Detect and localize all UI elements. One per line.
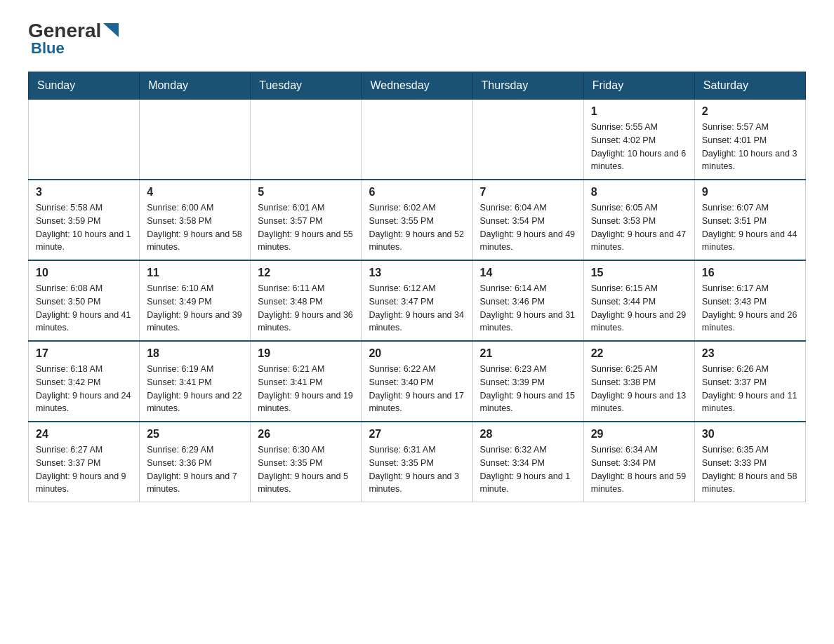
day-number: 2 (702, 105, 798, 118)
day-info: Sunrise: 6:22 AMSunset: 3:40 PMDaylight:… (369, 363, 465, 415)
day-info: Sunrise: 6:34 AMSunset: 3:34 PMDaylight:… (591, 443, 687, 496)
day-number: 14 (480, 267, 576, 279)
day-number: 25 (147, 428, 243, 441)
calendar-cell: 11Sunrise: 6:10 AMSunset: 3:49 PMDayligh… (140, 260, 251, 341)
calendar-cell: 28Sunrise: 6:32 AMSunset: 3:34 PMDayligh… (472, 422, 583, 502)
day-info: Sunrise: 6:10 AMSunset: 3:49 PMDaylight:… (147, 282, 243, 335)
day-info: Sunrise: 6:30 AMSunset: 3:35 PMDaylight:… (258, 443, 354, 496)
calendar-cell (362, 100, 472, 180)
calendar-cell: 2Sunrise: 5:57 AMSunset: 4:01 PMDaylight… (694, 100, 805, 180)
calendar-cell: 15Sunrise: 6:15 AMSunset: 3:44 PMDayligh… (583, 260, 694, 341)
day-number: 13 (369, 267, 465, 279)
calendar-cell: 19Sunrise: 6:21 AMSunset: 3:41 PMDayligh… (251, 341, 362, 422)
day-info: Sunrise: 6:08 AMSunset: 3:50 PMDaylight:… (36, 282, 132, 335)
day-info: Sunrise: 6:25 AMSunset: 3:38 PMDaylight:… (591, 363, 687, 415)
day-info: Sunrise: 6:32 AMSunset: 3:34 PMDaylight:… (480, 443, 576, 496)
calendar-cell: 30Sunrise: 6:35 AMSunset: 3:33 PMDayligh… (694, 422, 805, 502)
day-number: 4 (147, 186, 243, 199)
calendar-week-row: 3Sunrise: 5:58 AMSunset: 3:59 PMDaylight… (29, 180, 806, 260)
calendar-cell: 29Sunrise: 6:34 AMSunset: 3:34 PMDayligh… (583, 422, 694, 502)
day-info: Sunrise: 6:01 AMSunset: 3:57 PMDaylight:… (258, 201, 354, 254)
calendar-week-row: 17Sunrise: 6:18 AMSunset: 3:42 PMDayligh… (29, 341, 806, 422)
svg-marker-0 (103, 23, 119, 37)
calendar-cell (29, 100, 140, 180)
day-number: 22 (591, 347, 687, 360)
logo-blue-text: Blue (31, 39, 65, 58)
day-number: 5 (258, 186, 354, 199)
calendar-header-row: SundayMondayTuesdayWednesdayThursdayFrid… (29, 72, 806, 100)
logo: General Blue (28, 21, 119, 58)
logo-general-text: General (28, 21, 101, 41)
calendar-cell: 7Sunrise: 6:04 AMSunset: 3:54 PMDaylight… (472, 180, 583, 260)
day-number: 9 (702, 186, 798, 199)
day-info: Sunrise: 6:19 AMSunset: 3:41 PMDaylight:… (147, 363, 243, 415)
calendar-week-row: 1Sunrise: 5:55 AMSunset: 4:02 PMDaylight… (29, 100, 806, 180)
calendar-cell: 8Sunrise: 6:05 AMSunset: 3:53 PMDaylight… (583, 180, 694, 260)
calendar-cell: 13Sunrise: 6:12 AMSunset: 3:47 PMDayligh… (362, 260, 472, 341)
weekday-header-wednesday: Wednesday (362, 72, 472, 100)
calendar-cell: 20Sunrise: 6:22 AMSunset: 3:40 PMDayligh… (362, 341, 472, 422)
calendar-cell: 4Sunrise: 6:00 AMSunset: 3:58 PMDaylight… (140, 180, 251, 260)
weekday-header-tuesday: Tuesday (251, 72, 362, 100)
calendar-cell (140, 100, 251, 180)
day-number: 6 (369, 186, 465, 199)
day-info: Sunrise: 5:57 AMSunset: 4:01 PMDaylight:… (702, 121, 798, 173)
calendar-table: SundayMondayTuesdayWednesdayThursdayFrid… (28, 72, 806, 502)
calendar-cell: 25Sunrise: 6:29 AMSunset: 3:36 PMDayligh… (140, 422, 251, 502)
calendar-cell: 24Sunrise: 6:27 AMSunset: 3:37 PMDayligh… (29, 422, 140, 502)
day-number: 10 (36, 267, 132, 279)
day-number: 3 (36, 186, 132, 199)
calendar-cell: 6Sunrise: 6:02 AMSunset: 3:55 PMDaylight… (362, 180, 472, 260)
day-number: 11 (147, 267, 243, 279)
day-info: Sunrise: 6:05 AMSunset: 3:53 PMDaylight:… (591, 201, 687, 254)
day-number: 19 (258, 347, 354, 360)
weekday-header-monday: Monday (140, 72, 251, 100)
calendar-week-row: 10Sunrise: 6:08 AMSunset: 3:50 PMDayligh… (29, 260, 806, 341)
day-number: 28 (480, 428, 576, 441)
day-info: Sunrise: 6:04 AMSunset: 3:54 PMDaylight:… (480, 201, 576, 254)
day-info: Sunrise: 5:58 AMSunset: 3:59 PMDaylight:… (36, 201, 132, 254)
day-number: 21 (480, 347, 576, 360)
day-number: 23 (702, 347, 798, 360)
calendar-cell (472, 100, 583, 180)
day-number: 26 (258, 428, 354, 441)
calendar-cell: 14Sunrise: 6:14 AMSunset: 3:46 PMDayligh… (472, 260, 583, 341)
calendar-cell: 21Sunrise: 6:23 AMSunset: 3:39 PMDayligh… (472, 341, 583, 422)
weekday-header-thursday: Thursday (472, 72, 583, 100)
calendar-cell (251, 100, 362, 180)
page-header: General Blue (28, 21, 806, 58)
day-info: Sunrise: 6:15 AMSunset: 3:44 PMDaylight:… (591, 282, 687, 335)
calendar-cell: 5Sunrise: 6:01 AMSunset: 3:57 PMDaylight… (251, 180, 362, 260)
day-number: 18 (147, 347, 243, 360)
calendar-week-row: 24Sunrise: 6:27 AMSunset: 3:37 PMDayligh… (29, 422, 806, 502)
day-number: 30 (702, 428, 798, 441)
day-info: Sunrise: 6:27 AMSunset: 3:37 PMDaylight:… (36, 443, 132, 496)
day-info: Sunrise: 6:29 AMSunset: 3:36 PMDaylight:… (147, 443, 243, 496)
day-info: Sunrise: 6:00 AMSunset: 3:58 PMDaylight:… (147, 201, 243, 254)
calendar-cell: 26Sunrise: 6:30 AMSunset: 3:35 PMDayligh… (251, 422, 362, 502)
day-info: Sunrise: 5:55 AMSunset: 4:02 PMDaylight:… (591, 121, 687, 173)
day-info: Sunrise: 6:31 AMSunset: 3:35 PMDaylight:… (369, 443, 465, 496)
weekday-header-friday: Friday (583, 72, 694, 100)
day-number: 20 (369, 347, 465, 360)
day-info: Sunrise: 6:26 AMSunset: 3:37 PMDaylight:… (702, 363, 798, 415)
day-info: Sunrise: 6:11 AMSunset: 3:48 PMDaylight:… (258, 282, 354, 335)
calendar-cell: 27Sunrise: 6:31 AMSunset: 3:35 PMDayligh… (362, 422, 472, 502)
calendar-cell: 9Sunrise: 6:07 AMSunset: 3:51 PMDaylight… (694, 180, 805, 260)
day-number: 17 (36, 347, 132, 360)
day-info: Sunrise: 6:07 AMSunset: 3:51 PMDaylight:… (702, 201, 798, 254)
calendar-cell: 18Sunrise: 6:19 AMSunset: 3:41 PMDayligh… (140, 341, 251, 422)
day-info: Sunrise: 6:17 AMSunset: 3:43 PMDaylight:… (702, 282, 798, 335)
day-number: 1 (591, 105, 687, 118)
day-number: 8 (591, 186, 687, 199)
calendar-cell: 23Sunrise: 6:26 AMSunset: 3:37 PMDayligh… (694, 341, 805, 422)
day-info: Sunrise: 6:12 AMSunset: 3:47 PMDaylight:… (369, 282, 465, 335)
day-info: Sunrise: 6:14 AMSunset: 3:46 PMDaylight:… (480, 282, 576, 335)
day-info: Sunrise: 6:21 AMSunset: 3:41 PMDaylight:… (258, 363, 354, 415)
calendar-cell: 16Sunrise: 6:17 AMSunset: 3:43 PMDayligh… (694, 260, 805, 341)
logo-arrow-icon (103, 23, 119, 37)
calendar-cell: 12Sunrise: 6:11 AMSunset: 3:48 PMDayligh… (251, 260, 362, 341)
calendar-cell: 17Sunrise: 6:18 AMSunset: 3:42 PMDayligh… (29, 341, 140, 422)
day-info: Sunrise: 6:02 AMSunset: 3:55 PMDaylight:… (369, 201, 465, 254)
weekday-header-sunday: Sunday (29, 72, 140, 100)
